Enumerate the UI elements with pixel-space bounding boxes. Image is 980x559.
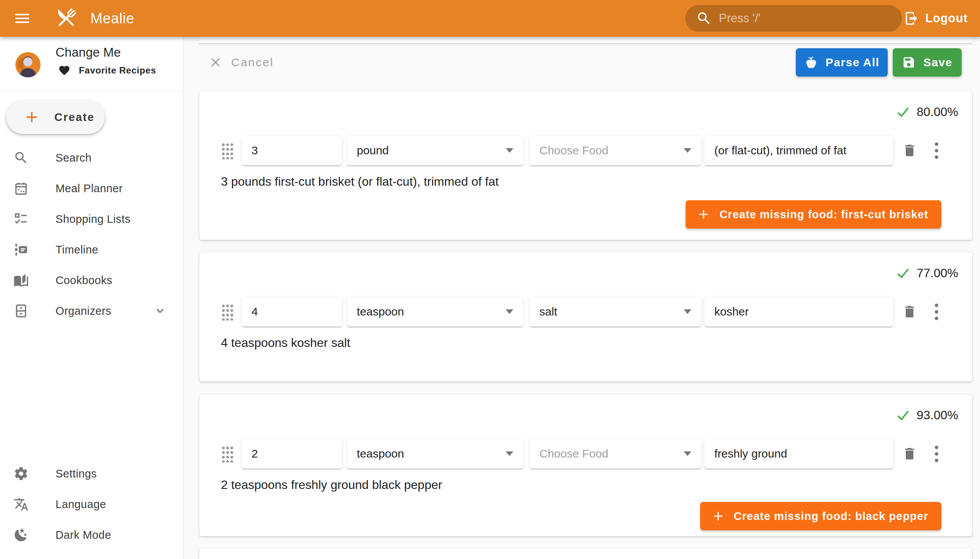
ingredient-menu-button[interactable] bbox=[932, 445, 941, 463]
caret-down-icon bbox=[506, 148, 513, 153]
delete-ingredient-button[interactable] bbox=[901, 142, 918, 159]
check-icon bbox=[896, 266, 910, 280]
sidebar-item-search[interactable]: Search bbox=[0, 142, 183, 173]
sidebar-item-label: Dark Mode bbox=[56, 529, 111, 541]
food-select[interactable]: Choose Food bbox=[529, 136, 701, 165]
ingredient-menu-button[interactable] bbox=[932, 303, 941, 321]
cancel-button[interactable]: Cancel bbox=[208, 55, 274, 70]
create-missing-food-button[interactable]: Create missing food: first-cut brisket bbox=[686, 200, 941, 228]
translate-icon bbox=[13, 496, 29, 512]
sidebar-item-cookbooks[interactable]: Cookbooks bbox=[0, 265, 183, 296]
create-missing-row: Create missing food: first-cut brisket bbox=[200, 200, 972, 228]
sidebar-item-label: Organizers bbox=[56, 305, 111, 318]
drag-handle-icon[interactable] bbox=[221, 303, 233, 321]
avatar[interactable] bbox=[15, 52, 41, 77]
quantity-input[interactable] bbox=[241, 297, 342, 327]
sidebar-divider bbox=[0, 91, 183, 92]
note-input[interactable] bbox=[704, 297, 894, 327]
sidebar-item-meal-planner[interactable]: Meal Planner bbox=[0, 173, 183, 204]
food-select[interactable]: Choose Food bbox=[529, 439, 701, 469]
food-placeholder: Choose Food bbox=[539, 447, 608, 460]
cancel-label: Cancel bbox=[231, 56, 274, 69]
search-input[interactable]: Press '/' bbox=[685, 5, 902, 32]
close-icon bbox=[208, 55, 223, 70]
create-button[interactable]: Create bbox=[6, 100, 105, 134]
sidebar-bottom-menu: Settings Language Dark Mode bbox=[0, 458, 183, 550]
avatar-image bbox=[15, 52, 41, 77]
user-block[interactable]: Change Me Favorite Recipes bbox=[0, 37, 183, 91]
confidence-value: 93.00% bbox=[916, 408, 958, 422]
trash-icon bbox=[902, 143, 917, 158]
note-value[interactable] bbox=[714, 305, 884, 318]
hamburger-menu-icon[interactable] bbox=[13, 9, 31, 28]
confidence-row: 77.00% bbox=[200, 265, 958, 281]
cabinet-icon bbox=[13, 303, 29, 319]
scrolled-card-edge bbox=[199, 37, 972, 44]
sidebar-item-dark-mode[interactable]: Dark Mode bbox=[0, 519, 183, 550]
sidebar-item-label: Settings bbox=[56, 468, 97, 480]
sidebar-item-label: Language bbox=[56, 498, 106, 511]
unit-select[interactable]: teaspoon bbox=[347, 439, 523, 469]
crossed-utensils-logo-icon bbox=[52, 4, 80, 33]
sidebar-item-organizers[interactable]: Organizers bbox=[0, 296, 183, 326]
ingredient-fields-row: teaspoon salt bbox=[200, 297, 972, 327]
parse-all-button[interactable]: Parse All bbox=[796, 48, 888, 76]
quantity-input[interactable] bbox=[241, 439, 342, 469]
note-value[interactable] bbox=[714, 144, 884, 157]
unit-select[interactable]: teaspoon bbox=[347, 297, 523, 327]
sidebar-item-settings[interactable]: Settings bbox=[0, 458, 183, 489]
create-missing-row: Create missing food: black pepper bbox=[200, 502, 972, 530]
quantity-value[interactable] bbox=[251, 144, 332, 157]
calendar-icon bbox=[13, 181, 29, 196]
ingredient-card: 80.00% pound Choose Food 3 pounds fi bbox=[199, 91, 972, 240]
apple-icon bbox=[804, 56, 818, 69]
plus-icon bbox=[711, 509, 725, 523]
food-select[interactable]: salt bbox=[529, 297, 701, 327]
sidebar-item-shopping-lists[interactable]: Shopping Lists bbox=[0, 204, 183, 234]
timeline-icon bbox=[13, 242, 29, 257]
quantity-value[interactable] bbox=[251, 447, 332, 460]
sidebar-item-label: Search bbox=[56, 152, 91, 164]
trash-icon bbox=[902, 446, 917, 461]
ingredient-card-partial bbox=[199, 547, 972, 559]
chevron-down-icon[interactable] bbox=[153, 304, 167, 318]
unit-value: teaspoon bbox=[357, 305, 404, 318]
sidebar-item-timeline[interactable]: Timeline bbox=[0, 234, 183, 265]
drag-handle-icon[interactable] bbox=[221, 445, 233, 463]
search-placeholder: Press '/' bbox=[719, 12, 760, 25]
caret-down-icon bbox=[684, 148, 691, 153]
ingredient-fields-row: pound Choose Food bbox=[200, 136, 972, 165]
main-content: Cancel Parse All Save 80.00% pound bbox=[184, 37, 980, 559]
note-value[interactable] bbox=[714, 447, 884, 460]
caret-down-icon bbox=[684, 309, 691, 314]
delete-ingredient-button[interactable] bbox=[901, 303, 918, 320]
sidebar-item-label: Cookbooks bbox=[56, 274, 112, 287]
save-label: Save bbox=[923, 56, 952, 69]
food-value: salt bbox=[539, 305, 557, 318]
original-ingredient-text: 2 teaspoons freshly ground black pepper bbox=[200, 478, 972, 492]
sidebar-item-language[interactable]: Language bbox=[0, 489, 183, 519]
gear-icon bbox=[13, 466, 29, 481]
drag-handle-icon[interactable] bbox=[221, 142, 233, 159]
heart-icon bbox=[58, 64, 70, 76]
check-icon bbox=[896, 408, 910, 422]
sidebar: Change Me Favorite Recipes Create Search… bbox=[0, 37, 184, 559]
quantity-value[interactable] bbox=[251, 305, 332, 318]
checklist-icon bbox=[13, 211, 29, 227]
user-name: Change Me bbox=[56, 45, 121, 60]
logout-label: Logout bbox=[925, 12, 968, 25]
favorite-recipes-link[interactable]: Favorite Recipes bbox=[58, 64, 156, 76]
note-input[interactable] bbox=[704, 439, 894, 469]
unit-select[interactable]: pound bbox=[347, 136, 523, 165]
search-icon bbox=[696, 10, 712, 26]
quantity-input[interactable] bbox=[241, 136, 342, 165]
parse-all-label: Parse All bbox=[826, 56, 880, 69]
confidence-row: 80.00% bbox=[200, 104, 958, 119]
note-input[interactable] bbox=[704, 136, 894, 165]
delete-ingredient-button[interactable] bbox=[901, 445, 918, 462]
save-button[interactable]: Save bbox=[893, 48, 962, 76]
logout-button[interactable]: Logout bbox=[900, 0, 972, 37]
create-missing-food-button[interactable]: Create missing food: black pepper bbox=[700, 502, 941, 530]
ingredient-menu-button[interactable] bbox=[932, 141, 941, 160]
favorite-recipes-label: Favorite Recipes bbox=[79, 65, 156, 76]
